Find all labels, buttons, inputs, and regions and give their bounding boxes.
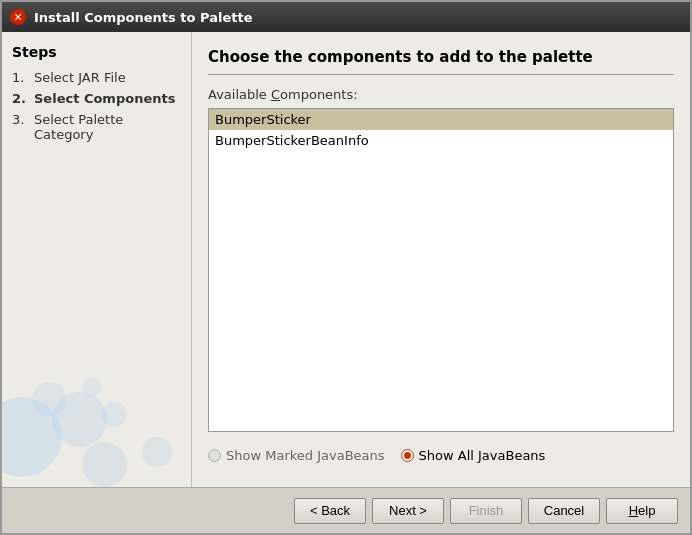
panel-title: Choose the components to add to the pale…: [208, 48, 674, 75]
help-button[interactable]: Help: [606, 498, 678, 524]
sidebar: Steps 1. Select JAR File 2. Select Compo…: [2, 32, 192, 487]
step-3-number: 3.: [12, 112, 30, 127]
radio-all-javabeans[interactable]: Show All JavaBeans: [401, 448, 546, 463]
radio-row: Show Marked JavaBeans Show All JavaBeans: [208, 442, 674, 469]
step-2: 2. Select Components: [12, 91, 181, 106]
step-1-label: Select JAR File: [34, 70, 126, 85]
step-3-label: Select Palette Category: [34, 112, 181, 142]
radio-all-circle[interactable]: [401, 449, 414, 462]
list-item[interactable]: BumperSticker: [209, 109, 673, 130]
main-panel: Choose the components to add to the pale…: [192, 32, 690, 487]
step-3: 3. Select Palette Category: [12, 112, 181, 142]
next-button[interactable]: Next >: [372, 498, 444, 524]
step-1: 1. Select JAR File: [12, 70, 181, 85]
step-2-label: Select Components: [34, 91, 175, 106]
list-item[interactable]: BumperStickerBeanInfo: [209, 130, 673, 151]
cancel-button[interactable]: Cancel: [528, 498, 600, 524]
step-1-number: 1.: [12, 70, 30, 85]
available-label: Available Components:: [208, 87, 674, 102]
content-area: Steps 1. Select JAR File 2. Select Compo…: [2, 32, 690, 487]
button-bar: < Back Next > Finish Cancel Help: [2, 487, 690, 533]
steps-heading: Steps: [12, 44, 181, 60]
window-title: Install Components to Palette: [34, 10, 252, 25]
window: ✕ Install Components to Palette Steps 1.…: [0, 0, 692, 535]
radio-marked-circle[interactable]: [208, 449, 221, 462]
finish-button[interactable]: Finish: [450, 498, 522, 524]
available-label-text: Available Components:: [208, 87, 358, 102]
decoration: [2, 367, 192, 487]
close-button[interactable]: ✕: [10, 9, 26, 25]
radio-marked-javabeans[interactable]: Show Marked JavaBeans: [208, 448, 385, 463]
title-bar: ✕ Install Components to Palette: [2, 2, 690, 32]
components-list[interactable]: BumperSticker BumperStickerBeanInfo: [208, 108, 674, 432]
radio-all-label: Show All JavaBeans: [419, 448, 546, 463]
back-button[interactable]: < Back: [294, 498, 366, 524]
radio-marked-label: Show Marked JavaBeans: [226, 448, 385, 463]
step-2-number: 2.: [12, 91, 30, 106]
steps-list: 1. Select JAR File 2. Select Components …: [12, 70, 181, 142]
